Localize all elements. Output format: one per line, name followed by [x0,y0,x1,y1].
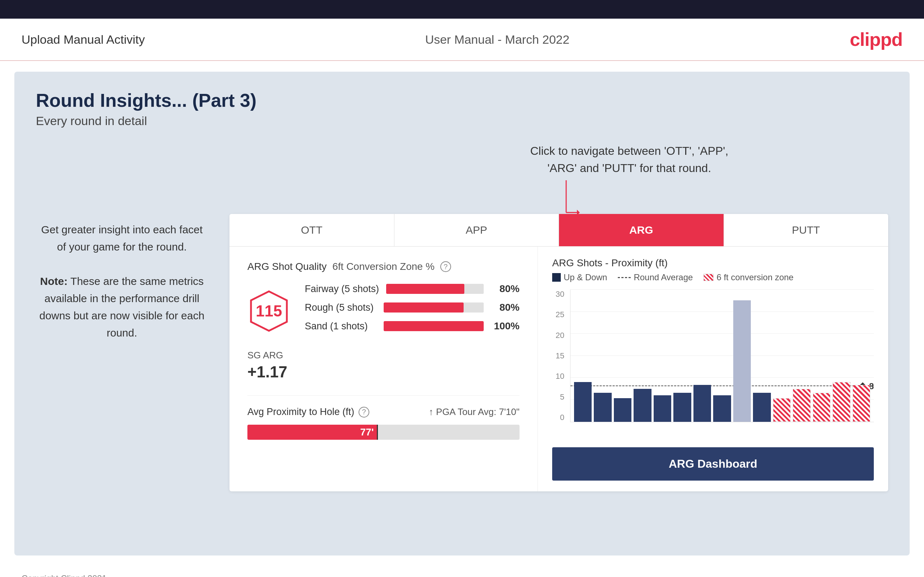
bar-hatch-12 [793,389,810,422]
header: Upload Manual Activity User Manual - Mar… [0,19,924,61]
bar-group-10 [753,290,771,422]
hex-badge: 115 [247,290,291,333]
legend-6ft: 6 ft conversion zone [703,272,793,282]
logo: clippd [850,29,903,50]
panel-left: ARG Shot Quality 6ft Conversion Zone % ?… [229,247,538,492]
bar-solid-2 [594,393,611,422]
bar-hatch-13 [813,393,830,422]
legend-sq-icon [552,273,561,282]
prox-cursor [377,425,378,440]
bar-group-3 [614,290,632,422]
bar-group-12 [793,290,810,422]
footer: Copyright Clippd 2021 [0,566,924,577]
bar-group-11 [773,290,791,422]
chart-legend: Up & Down Round Average 6 ft conversion … [552,272,793,282]
bar-solid-7 [693,385,711,422]
legend-up-down: Up & Down [552,272,607,282]
proximity-left: Avg Proximity to Hole (ft) ? [247,406,369,417]
bar-hatch-15 [853,385,870,422]
panel-body: ARG Shot Quality 6ft Conversion Zone % ?… [229,247,888,492]
legend-round-avg: Round Average [618,272,693,282]
legend-up-down-label: Up & Down [564,272,607,282]
bar-hatch-11 [773,398,791,422]
bar-solid-5 [654,395,671,422]
shot-row-rough: Rough (5 shots) 80% [305,302,520,313]
bar-group-9 [733,290,751,422]
y-label-0: 0 [552,413,567,422]
bar-group-7 [693,290,711,422]
tab-arg[interactable]: ARG [559,214,724,246]
bar-hatch-14 [833,382,850,422]
help-icon[interactable]: ? [440,261,451,272]
bar-fill-sand [384,321,484,331]
legend-hatch-icon [703,274,714,281]
bar-solid-4 [633,389,651,422]
bars-row [570,290,874,422]
y-label-15: 15 [552,351,567,361]
legend-dash-icon [618,277,631,278]
shot-row-fairway: Fairway (5 shots) 80% [305,283,520,295]
upload-manual-label: Upload Manual Activity [21,32,145,47]
bar-group-1 [574,290,591,422]
y-label-25: 25 [552,310,567,319]
hex-value: 115 [256,302,282,320]
page-title: Round Insights... (Part 3) [36,90,888,111]
bar-group-2 [594,290,611,422]
insight-box: Get greater insight into each facet of y… [36,214,208,349]
section-header: ARG Shot Quality 6ft Conversion Zone % ? [247,261,520,272]
bar-pct-rough: 80% [491,302,520,313]
bar-highlight-9 [733,300,751,422]
content-layout: Get greater insight into each facet of y… [36,214,888,492]
bar-chart: 0 5 10 15 20 25 30 [552,290,874,440]
bar-group-13 [813,290,830,422]
y-label-10: 10 [552,372,567,381]
panel-right: ARG Shots - Proximity (ft) Up & Down Rou… [538,247,888,492]
bar-group-8 [713,290,731,422]
bar-solid-1 [574,382,591,422]
tab-putt[interactable]: PUTT [724,214,888,246]
bar-group-6 [674,290,691,422]
y-label-20: 20 [552,331,567,340]
bar-pct-fairway: 80% [491,283,520,295]
shot-label-sand: Sand (1 shots) [305,321,376,332]
tabs-row: OTT APP ARG PUTT [229,214,888,247]
chart-header: ARG Shots - Proximity (ft) Up & Down Rou… [552,257,874,282]
bar-sand [384,321,484,331]
tab-ott[interactable]: OTT [229,214,394,246]
prox-bar-container: 77' [247,425,520,440]
bar-fill-rough [384,303,464,313]
bar-group-5 [654,290,671,422]
proximity-section: Avg Proximity to Hole (ft) ? ↑ PGA Tour … [247,395,520,440]
chart-title: ARG Shots - Proximity (ft) [552,257,668,269]
left-sidebar: Get greater insight into each facet of y… [36,214,208,492]
proximity-title: Avg Proximity to Hole (ft) [247,406,354,417]
tab-app[interactable]: APP [394,214,559,246]
bar-group-4 [633,290,651,422]
bar-rough [384,303,484,313]
section-subtitle: 6ft Conversion Zone % [333,261,435,272]
note-prefix: Note: [40,275,68,287]
page-subtitle: Every round in detail [36,114,888,128]
nav-annotation-text: Click to navigate between 'OTT', 'APP','… [530,142,729,177]
prox-bar-label: 77' [360,427,374,438]
chart-area: 8 [570,290,874,422]
hex-badge-container: 115 Fairway (5 shots) 80% [247,283,520,339]
proximity-header: Avg Proximity to Hole (ft) ? ↑ PGA Tour … [247,406,520,417]
section-title: ARG Shot Quality [247,261,326,272]
arg-dashboard-button[interactable]: ARG Dashboard [552,447,874,480]
y-label-30: 30 [552,290,567,299]
bar-fairway [386,284,484,294]
bar-group-14 [833,290,850,422]
shot-label-fairway: Fairway (5 shots) [305,284,379,295]
y-axis: 0 5 10 15 20 25 30 [552,290,567,422]
main-content: Round Insights... (Part 3) Every round i… [15,72,909,556]
proximity-help-icon[interactable]: ? [359,407,369,417]
bar-pct-sand: 100% [491,321,520,332]
pga-avg-label: ↑ PGA Tour Avg: 7'10" [429,406,520,417]
bar-fill-fairway [386,284,464,294]
sg-section: SG ARG +1.17 [247,350,520,381]
bar-solid-3 [614,398,632,422]
legend-round-avg-label: Round Average [633,272,693,282]
copyright-text: Copyright Clippd 2021 [21,574,107,577]
user-manual-label: User Manual - March 2022 [425,32,570,47]
